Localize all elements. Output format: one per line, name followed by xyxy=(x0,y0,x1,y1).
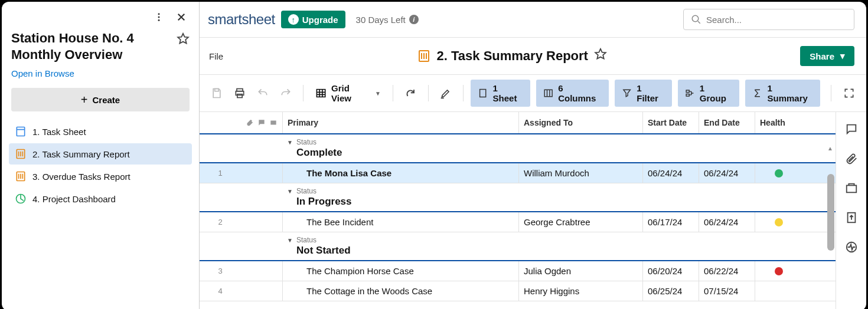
cell-health[interactable] xyxy=(755,212,802,232)
search-input-wrap[interactable] xyxy=(683,9,854,30)
svg-point-0 xyxy=(158,13,160,15)
filter-icon xyxy=(622,88,632,98)
group-pill[interactable]: 1 Group xyxy=(678,80,740,107)
sidebar-item-task-summary-report[interactable]: 2. Task Summary Report xyxy=(9,143,192,165)
col-health[interactable]: Health xyxy=(755,112,802,133)
row-number: 2 xyxy=(200,212,241,232)
grid-header: Primary Assigned To Start Date End Date … xyxy=(200,112,836,134)
publish-icon[interactable] xyxy=(845,211,858,224)
report-icon xyxy=(417,49,431,63)
filter-pill[interactable]: 1 Filter xyxy=(615,80,672,107)
attachment-icon[interactable] xyxy=(845,152,858,165)
close-icon[interactable] xyxy=(175,11,187,23)
sheet-icon xyxy=(478,88,488,98)
file-menu[interactable]: File xyxy=(209,51,223,61)
caret-down-icon: ▼ xyxy=(287,139,293,146)
activity-icon[interactable] xyxy=(845,241,858,254)
cell-health[interactable] xyxy=(755,281,802,301)
grid[interactable]: Primary Assigned To Start Date End Date … xyxy=(200,112,836,309)
cell-start-date[interactable]: 06/17/24 xyxy=(642,212,699,232)
cell-start-date[interactable]: 06/24/24 xyxy=(642,163,699,183)
svg-rect-13 xyxy=(316,90,325,97)
col-assigned[interactable]: Assigned To xyxy=(518,112,642,133)
svg-point-7 xyxy=(692,15,699,22)
share-label: Share xyxy=(810,51,834,61)
open-in-browse-link[interactable]: Open in Browse xyxy=(9,65,192,88)
table-row[interactable]: 1The Mona Lisa CaseWilliam Murdoch06/24/… xyxy=(200,163,836,183)
star-icon[interactable] xyxy=(594,48,607,64)
comment-icon[interactable] xyxy=(845,123,858,136)
cell-primary[interactable]: The Bee Incident xyxy=(282,212,518,232)
cell-end-date[interactable]: 07/15/24 xyxy=(699,281,755,301)
cell-health[interactable] xyxy=(755,163,802,183)
cell-assigned[interactable]: Henry Higgins xyxy=(518,281,642,301)
sidebar-item-label: 3. Overdue Tasks Report xyxy=(32,172,130,182)
refresh-icon[interactable] xyxy=(400,84,421,103)
cell-health[interactable] xyxy=(755,261,802,281)
proof-icon[interactable] xyxy=(845,182,858,195)
row-icons[interactable] xyxy=(241,212,282,232)
group-header[interactable]: ▼StatusComplete xyxy=(200,134,836,163)
highlight-icon[interactable] xyxy=(436,84,456,103)
cell-start-date[interactable]: 06/20/24 xyxy=(642,261,699,281)
cell-assigned[interactable]: George Crabtree xyxy=(518,212,642,232)
table-row[interactable]: 2The Bee IncidentGeorge Crabtree06/17/24… xyxy=(200,212,836,232)
cell-start-date[interactable]: 06/25/24 xyxy=(642,281,699,301)
workspace-title: Station House No. 4 Monthly Overview xyxy=(11,30,177,63)
cell-assigned[interactable]: Julia Ogden xyxy=(518,261,642,281)
svg-point-2 xyxy=(158,19,160,21)
group-header[interactable]: ▼StatusIn Progress xyxy=(200,183,836,212)
health-dot xyxy=(775,218,783,226)
right-rail xyxy=(836,112,866,309)
svg-rect-17 xyxy=(686,94,689,96)
expand-icon[interactable] xyxy=(838,84,859,103)
svg-point-1 xyxy=(158,17,160,18)
days-left-label: 30 Days Left i xyxy=(356,15,419,25)
sidebar-item-project-dashboard[interactable]: 4. Project Dashboard xyxy=(9,188,192,209)
cell-end-date[interactable]: 06/24/24 xyxy=(699,163,755,183)
scroll-up-icon[interactable]: ▲ xyxy=(827,145,833,152)
grid-view-selector[interactable]: Grid View ▼ xyxy=(311,81,386,106)
group-header[interactable]: ▼StatusNot Started xyxy=(200,232,836,261)
columns-pill[interactable]: 6 Columns xyxy=(536,80,609,107)
more-icon[interactable] xyxy=(153,11,165,23)
scrollbar-thumb[interactable] xyxy=(827,174,834,251)
upgrade-button[interactable]: ↑ Upgrade xyxy=(281,11,345,28)
table-row[interactable]: 4The Cottage in the Woods CaseHenry Higg… xyxy=(200,281,836,301)
info-icon[interactable]: i xyxy=(409,15,419,24)
row-icons[interactable] xyxy=(241,281,282,301)
share-button[interactable]: Share ▾ xyxy=(800,46,854,66)
col-primary[interactable]: Primary xyxy=(282,112,518,133)
row-icons[interactable] xyxy=(241,163,282,183)
search-input[interactable] xyxy=(706,15,847,25)
cell-primary[interactable]: The Mona Lisa Case xyxy=(282,163,518,183)
create-button[interactable]: + Create xyxy=(11,88,190,111)
save-icon xyxy=(207,84,227,103)
dashboard-icon xyxy=(15,193,27,205)
group-value: In Progress xyxy=(287,196,836,208)
sheet-pill[interactable]: 1 Sheet xyxy=(471,80,530,107)
star-icon[interactable] xyxy=(177,32,190,45)
sidebar-item-overdue-tasks-report[interactable]: 3. Overdue Tasks Report xyxy=(9,166,192,187)
content-area: Primary Assigned To Start Date End Date … xyxy=(200,112,866,309)
sidebar-item-task-sheet[interactable]: 1. Task Sheet xyxy=(9,121,192,142)
cell-primary[interactable]: The Champion Horse Case xyxy=(282,261,518,281)
proof-icon xyxy=(269,119,278,127)
nav-list: 1. Task Sheet 2. Task Summary Report 3. … xyxy=(9,121,192,209)
columns-icon xyxy=(543,88,553,98)
cell-end-date[interactable]: 06/24/24 xyxy=(699,212,755,232)
row-icons[interactable] xyxy=(241,261,282,281)
print-icon[interactable] xyxy=(230,84,250,103)
sidebar-item-label: 2. Task Summary Report xyxy=(32,149,130,159)
attachment-icon xyxy=(246,119,254,127)
report-icon xyxy=(15,170,27,182)
group-value: Not Started xyxy=(287,245,836,257)
col-end[interactable]: End Date xyxy=(699,112,755,133)
col-start[interactable]: Start Date xyxy=(642,112,699,133)
summary-pill[interactable]: 1 Summary xyxy=(745,80,820,107)
caret-down-icon: ▼ xyxy=(287,188,293,195)
cell-assigned[interactable]: William Murdoch xyxy=(518,163,642,183)
cell-end-date[interactable]: 06/22/24 xyxy=(699,261,755,281)
cell-primary[interactable]: The Cottage in the Woods Case xyxy=(282,281,518,301)
table-row[interactable]: 3The Champion Horse CaseJulia Ogden06/20… xyxy=(200,261,836,281)
